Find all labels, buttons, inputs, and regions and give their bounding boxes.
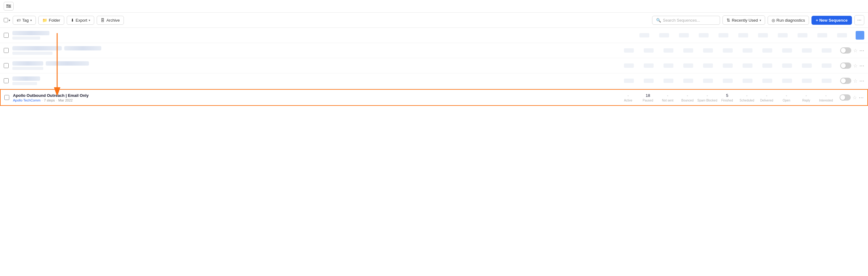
stat-col [714, 33, 733, 37]
stat-label: Active [624, 99, 632, 102]
stat-col [733, 33, 753, 37]
select-all-checkbox[interactable] [4, 18, 8, 22]
export-dropdown-arrow: ▾ [89, 19, 90, 22]
star-button[interactable]: ☆ [853, 63, 858, 69]
stats-area [121, 33, 852, 37]
stat-value: - [786, 93, 787, 99]
dot-separator: · [56, 99, 57, 102]
star-button[interactable]: ☆ [853, 78, 858, 84]
stats-area [121, 79, 836, 83]
stat-label: Reply [802, 99, 810, 102]
archive-button[interactable]: 🗄 Archive [97, 16, 124, 25]
blurred-meta [12, 52, 53, 55]
recently-used-label: Recently Used [732, 18, 758, 23]
filter-settings-button[interactable] [4, 2, 13, 10]
stat-col: -Not sent [658, 93, 678, 102]
sequence-org-link[interactable]: Apollo TechComm [13, 99, 40, 102]
table-row: ☆ ⋯ [0, 73, 868, 88]
toggle-switch[interactable] [840, 78, 851, 84]
row-checkbox[interactable] [4, 63, 9, 68]
search-box[interactable]: 🔍 Search Sequences... [652, 16, 720, 25]
search-icon: 🔍 [656, 18, 661, 23]
star-button[interactable]: ☆ [852, 95, 857, 101]
row-checkbox[interactable] [4, 78, 9, 83]
stat-value: - [707, 93, 708, 99]
recently-used-button[interactable]: ⇅ Recently Used ▾ [722, 16, 765, 25]
export-button[interactable]: ⬇ Export ▾ [67, 16, 95, 25]
stat-col [757, 48, 777, 53]
more-icon: ··· [857, 17, 861, 23]
main-toolbar: ▾ 🏷 Tag ▾ 📁 Folder ⬇ Export ▾ 🗄 Archive … [0, 13, 868, 28]
stat-col [658, 48, 678, 53]
toggle-switch[interactable] [840, 62, 851, 69]
stat-col [718, 79, 738, 83]
select-all-wrapper[interactable]: ▾ [4, 18, 10, 22]
row-checkbox[interactable] [4, 48, 9, 53]
new-sequence-button[interactable]: + New Sequence [811, 16, 852, 25]
blurred-meta [12, 36, 40, 39]
folder-icon: 📁 [42, 18, 47, 23]
stat-col: -Delivered [757, 93, 777, 102]
stat-value: - [766, 93, 767, 99]
row-actions: ☆ ⋯ [840, 94, 864, 101]
run-diagnostics-button[interactable]: ◎ Run diagnostics [768, 16, 809, 25]
status-badge [856, 31, 864, 39]
stat-value: - [627, 93, 629, 99]
folder-button[interactable]: 📁 Folder [38, 16, 64, 25]
stat-col [698, 79, 718, 83]
sequence-name: Apollo Outbound Outreach | Email Only [13, 93, 118, 98]
stat-col [678, 79, 698, 83]
svg-point-3 [7, 4, 8, 6]
row-more-button[interactable]: ⋯ [859, 78, 864, 84]
stat-col [619, 79, 639, 83]
sequence-info [12, 46, 117, 55]
stat-label: Interested [819, 99, 833, 102]
sequence-date: Mar 2022 [58, 99, 72, 102]
stat-col [678, 48, 698, 53]
stat-col [797, 48, 817, 53]
stat-col [817, 79, 836, 83]
stat-col: -Active [618, 93, 638, 102]
svg-point-4 [9, 6, 10, 7]
stat-col [817, 63, 836, 68]
highlighted-sequence-info: Apollo Outbound Outreach | Email Only Ap… [13, 93, 118, 102]
stat-col: -Open [777, 93, 796, 102]
stat-value: - [746, 93, 747, 99]
stat-col [718, 63, 738, 68]
stat-col [634, 33, 654, 37]
stat-col: 18Paused [638, 93, 658, 102]
sort-icon: ⇅ [726, 18, 730, 23]
stat-col [812, 33, 832, 37]
row-checkbox[interactable] [4, 33, 9, 38]
toggle-switch[interactable] [840, 47, 851, 54]
archive-icon: 🗄 [101, 18, 105, 23]
stats-area [121, 48, 836, 53]
tag-button[interactable]: 🏷 Tag ▾ [13, 16, 36, 25]
toolbar-more-button[interactable]: ··· [855, 15, 864, 25]
star-button[interactable]: ☆ [853, 48, 858, 54]
row-more-button[interactable]: ⋯ [859, 63, 864, 69]
stat-col [738, 63, 757, 68]
sequence-steps: 7 steps [44, 99, 55, 102]
tag-label: Tag [22, 18, 29, 23]
stat-col: -Spam Blocked [698, 93, 717, 102]
stat-col [658, 63, 678, 68]
stat-col [777, 79, 797, 83]
row-more-button[interactable]: ⋯ [859, 95, 864, 101]
stat-col [639, 63, 658, 68]
stat-col [773, 33, 793, 37]
folder-label: Folder [49, 18, 60, 23]
new-sequence-label: + New Sequence [816, 18, 847, 23]
toggle-switch[interactable] [840, 94, 851, 101]
stat-col [738, 48, 757, 53]
stat-col [639, 79, 658, 83]
stat-value: - [687, 93, 688, 99]
top-filter-bar [0, 0, 868, 13]
row-more-button[interactable]: ⋯ [859, 48, 864, 54]
highlighted-row-checkbox[interactable] [4, 95, 9, 100]
stat-col [817, 48, 836, 53]
select-dropdown-arrow[interactable]: ▾ [9, 19, 10, 22]
archive-label: Archive [106, 18, 120, 23]
stat-col [738, 79, 757, 83]
table-row: ☆ ⋯ [0, 43, 868, 58]
